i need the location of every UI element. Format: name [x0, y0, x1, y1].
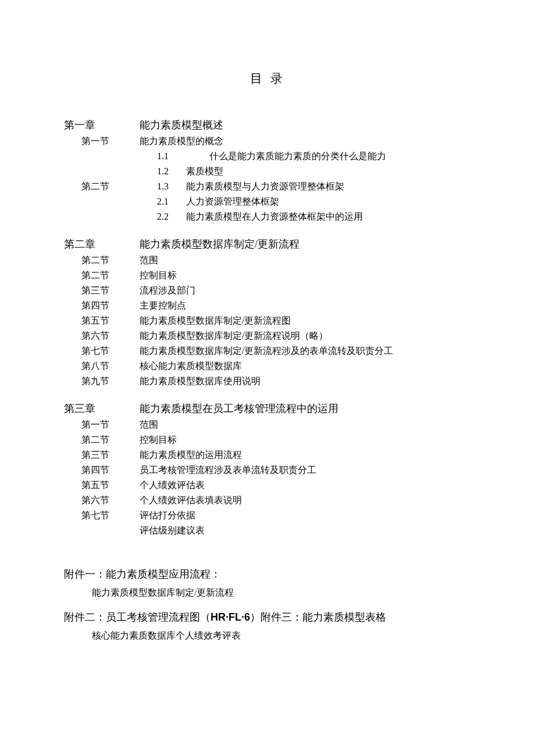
- attachment-line: 附件一：能力素质模型应用流程：: [64, 567, 471, 582]
- section-text: 评估级别建议表: [140, 524, 205, 538]
- number-label: 1.1: [157, 149, 186, 163]
- section-text: 流程涉及部门: [140, 284, 195, 298]
- number-label: 1.2: [157, 164, 186, 178]
- toc-title: 目 录: [64, 70, 471, 88]
- section-text: 范围: [140, 253, 158, 267]
- section-text: 员工考核管理流程涉及表单流转及职责分工: [140, 463, 316, 477]
- section-row: 第一节 能力素质模型的概念: [64, 134, 471, 148]
- section-row: 第五节 能力素质模型数据库制定/更新流程图: [64, 314, 471, 328]
- section-label: 第一节: [81, 134, 140, 148]
- section-label: 第一节: [81, 418, 140, 432]
- chapter-label: 第二章: [64, 237, 140, 252]
- section-text: 控制目标: [140, 433, 177, 447]
- section-row: 第六节 个人绩效评估表填表说明: [64, 493, 471, 507]
- section-text: 控制目标: [140, 268, 177, 282]
- section-row: 第七节 评估打分依据: [64, 508, 471, 522]
- section-text: 范围: [140, 418, 158, 432]
- attachment-sub: 能力素质模型数据库制定/更新流程: [92, 586, 471, 599]
- number-text: 什么是能力素质能力素质的分类什么是能力: [209, 149, 386, 163]
- section-label: 第七节: [81, 508, 140, 522]
- attachment-post: ）附件三：能力素质模型表格: [250, 611, 386, 623]
- section-text: 能力素质模型数据库使用说明: [140, 374, 261, 388]
- section-label: 第五节: [81, 478, 140, 492]
- section-label: 第四节: [81, 463, 140, 477]
- chapter-row: 第一章 能力素质模型概述: [64, 117, 471, 133]
- section-text: 评估打分依据: [140, 508, 195, 522]
- section-label: 第九节: [81, 374, 140, 388]
- section-row: 第三节 能力素质模型的运用流程: [64, 448, 471, 462]
- section-text: 能力素质模型的运用流程: [140, 448, 242, 462]
- section-row: 第二节 控制目标: [64, 268, 471, 282]
- section-row: 第四节 员工考核管理流程涉及表单流转及职责分工: [64, 463, 471, 477]
- section-text: 能力素质模型数据库制定/更新流程图: [140, 314, 291, 328]
- spacer: [64, 538, 471, 549]
- chapter-text: 能力素质模型数据库制定/更新流程: [140, 237, 299, 252]
- section-label: 第二节: [81, 433, 140, 447]
- attachment-pre: 附件二：员工考核管理流程图（: [64, 611, 211, 623]
- section-row: 第七节 能力素质模型数据库制定/更新流程涉及的表单流转及职责分工: [64, 344, 471, 358]
- numbered-row: 1.2 素质模型: [64, 164, 471, 178]
- section-text: 能力素质模型的概念: [140, 134, 223, 148]
- chapter-row: 第三章 能力素质模型在员工考核管理流程中的运用: [64, 401, 471, 417]
- section-row: 第四节 主要控制点: [64, 299, 471, 313]
- section-row: 第八节 核心能力素质模型数据库: [64, 359, 471, 373]
- numbered-row: 2.2 能力素质模型在人力资源整体框架中的运用: [64, 210, 471, 224]
- number-label: 2.1: [157, 195, 186, 209]
- section-row: 第九节 能力素质模型数据库使用说明: [64, 374, 471, 388]
- section-label: 第三节: [81, 448, 140, 462]
- numbered-row: 1.1 什么是能力素质能力素质的分类什么是能力: [64, 149, 471, 163]
- section-label: 第七节: [81, 344, 140, 358]
- section-text: 个人绩效评估表填表说明: [140, 493, 242, 507]
- number-text: 能力素质模型在人力资源整体框架中的运用: [186, 210, 363, 224]
- number-text: 能力素质模型与人力资源管理整体框架: [186, 180, 344, 194]
- section-text: 主要控制点: [140, 299, 186, 313]
- section-label: 第二节: [81, 180, 140, 194]
- section-row: 第二节 控制目标: [64, 433, 471, 447]
- page-body: 目 录 第一章 能力素质模型概述 第一节 能力素质模型的概念 1.1 什么是能力…: [0, 0, 535, 689]
- chapter-row: 第二章 能力素质模型数据库制定/更新流程: [64, 237, 471, 252]
- chapter-text: 能力素质模型概述: [140, 117, 223, 133]
- section-label: 第五节: [81, 314, 140, 328]
- section-row: 评估级别建议表: [64, 524, 471, 538]
- section-label: 第二节: [81, 268, 140, 282]
- chapter-label: 第三章: [64, 401, 140, 417]
- section-row: 第二节 1.3 能力素质模型与人力资源管理整体框架: [64, 180, 471, 194]
- number-text: 人力资源管理整体框架: [186, 195, 279, 209]
- spacer: [64, 224, 471, 235]
- number-label: 1.3: [157, 180, 186, 194]
- chapter-label: 第一章: [64, 117, 140, 133]
- section-text: 核心能力素质模型数据库: [140, 359, 242, 373]
- section-label: 第四节: [81, 299, 140, 313]
- section-text: 个人绩效评估表: [140, 478, 205, 492]
- chapter-text: 能力素质模型在员工考核管理流程中的运用: [140, 401, 338, 417]
- section-row: 第三节 流程涉及部门: [64, 284, 471, 298]
- section-row: 第一节 范围: [64, 418, 471, 432]
- attachment-line: 附件二：员工考核管理流程图（HR·FL·6）附件三：能力素质模型表格: [64, 610, 471, 625]
- number-text: 素质模型: [186, 164, 223, 178]
- section-text: 能力素质模型数据库制定/更新流程涉及的表单流转及职责分工: [140, 344, 393, 358]
- section-row: 第五节 个人绩效评估表: [64, 478, 471, 492]
- section-label: 第六节: [81, 329, 140, 343]
- numbered-row: 2.1 人力资源管理整体框架: [64, 195, 471, 209]
- section-label: 第二节: [81, 253, 140, 267]
- attachment-bold: HR·FL·6: [211, 611, 250, 623]
- section-text: 能力素质模型数据库制定/更新流程说明（略）: [140, 329, 328, 343]
- section-row: 第二节 范围: [64, 253, 471, 267]
- attachment-sub: 核心能力素质数据库个人绩效考评表: [92, 629, 471, 642]
- spacer: [64, 549, 471, 561]
- section-label: 第八节: [81, 359, 140, 373]
- section-label: 第三节: [81, 284, 140, 298]
- section-row: 第六节 能力素质模型数据库制定/更新流程说明（略）: [64, 329, 471, 343]
- section-label: 第六节: [81, 493, 140, 507]
- number-label: 2.2: [157, 210, 186, 224]
- spacer: [64, 388, 471, 400]
